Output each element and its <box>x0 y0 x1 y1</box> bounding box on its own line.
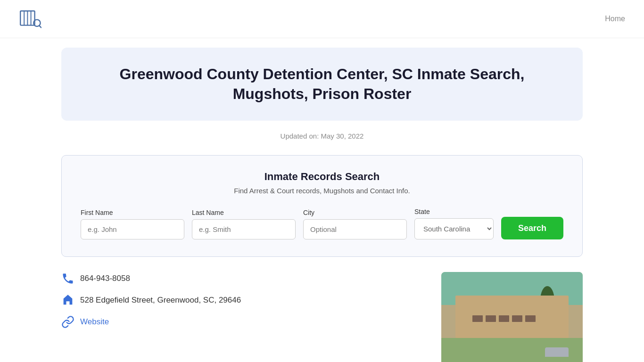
contact-info: 864-943-8058 528 Edgefield Street, Green… <box>61 272 413 337</box>
hero-banner: Greenwood County Detention Center, SC In… <box>61 48 583 121</box>
window-3 <box>499 315 509 322</box>
state-group: State South Carolina Alabama Alaska Ariz… <box>414 208 494 239</box>
window-1 <box>472 315 483 322</box>
search-card: Inmate Records Search Find Arrest & Cour… <box>61 155 583 257</box>
state-select[interactable]: South Carolina Alabama Alaska Arizona Ar… <box>414 218 494 239</box>
last-name-input[interactable] <box>192 219 296 239</box>
first-name-label: First Name <box>81 209 184 216</box>
state-label: State <box>414 208 494 215</box>
link-icon <box>61 315 74 329</box>
logo-icon <box>19 8 41 30</box>
building-image-bg <box>441 272 583 362</box>
search-card-title: Inmate Records Search <box>81 171 563 183</box>
main-nav: Home <box>605 15 625 23</box>
address-icon <box>61 294 74 307</box>
window-2 <box>486 315 496 322</box>
website-link[interactable]: Website <box>80 317 109 327</box>
last-name-group: Last Name <box>192 209 296 239</box>
building-facade <box>455 296 569 338</box>
last-name-label: Last Name <box>192 209 296 216</box>
address-text: 528 Edgefield Street, Greenwood, SC, 296… <box>80 296 241 305</box>
city-group: City <box>303 209 407 239</box>
header: Home <box>0 0 644 38</box>
building-windows <box>472 315 552 322</box>
updated-on: Updated on: May 30, 2022 <box>0 132 644 140</box>
search-fields: First Name Last Name City State South Ca… <box>81 208 563 239</box>
search-card-subtitle: Find Arrest & Court records, Mugshots an… <box>81 187 563 195</box>
window-4 <box>512 315 522 322</box>
phone-number: 864-943-8058 <box>80 274 130 283</box>
car-decoration <box>545 347 569 357</box>
home-link[interactable]: Home <box>605 15 625 23</box>
first-name-group: First Name <box>81 209 184 239</box>
address-row: 528 Edgefield Street, Greenwood, SC, 296… <box>61 294 413 307</box>
hero-title: Greenwood County Detention Center, SC In… <box>80 65 564 104</box>
phone-icon <box>61 272 74 285</box>
city-input[interactable] <box>303 219 407 239</box>
svg-line-5 <box>39 25 41 27</box>
phone-row: 864-943-8058 <box>61 272 413 285</box>
logo[interactable] <box>19 8 41 30</box>
first-name-input[interactable] <box>81 219 184 239</box>
search-button[interactable]: Search <box>501 217 563 239</box>
window-5 <box>525 315 536 322</box>
website-row: Website <box>61 315 413 329</box>
city-label: City <box>303 209 407 216</box>
building-image <box>441 272 583 362</box>
info-section: 864-943-8058 528 Edgefield Street, Green… <box>61 272 583 362</box>
